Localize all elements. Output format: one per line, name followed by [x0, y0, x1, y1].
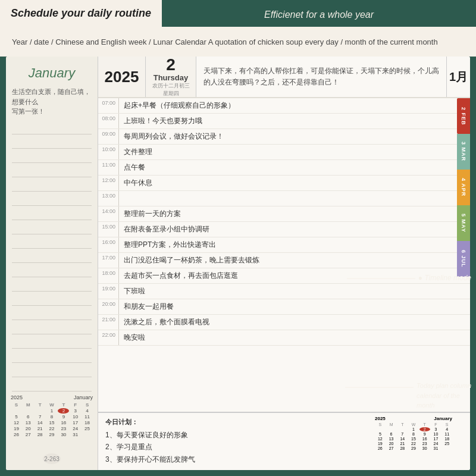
- cal-header-m: M: [23, 402, 34, 408]
- line-17: [12, 350, 92, 363]
- day-block: 2 Thursday 农历十二月初三 星期四: [146, 57, 196, 97]
- tab-2-feb[interactable]: 2 FEB: [457, 98, 470, 134]
- time-label: 17:00: [98, 253, 119, 268]
- plan-column-label: Today plan columncalendar of themonth: [416, 381, 471, 411]
- feature-desc: Year / date / Chinese and English week /…: [12, 37, 438, 46]
- tab-5-may[interactable]: 5 MAY: [457, 205, 470, 241]
- cal-header-s: S: [11, 402, 22, 408]
- time-content[interactable]: 出门没忍住喝了一杯奶茶，晚上需要去锻炼: [119, 253, 470, 268]
- timeline-row[interactable]: 16:00 整理PPT方案，外出快递寄出: [98, 237, 470, 253]
- time-label: 19:00: [98, 284, 119, 299]
- timeline-row[interactable]: 22:00 晚安啦: [98, 330, 470, 346]
- bottom-cal-grid: SM TW TF S 12 34 56 78 91011 1213 1415 1…: [375, 422, 452, 450]
- cal-header-t1: T: [35, 402, 46, 408]
- weekday-label: Thursday: [154, 73, 189, 82]
- timeline-row[interactable]: 10:00 文件整理: [98, 145, 470, 160]
- day-number: 2: [166, 57, 176, 73]
- page-number: 2-263: [43, 453, 61, 464]
- line-3: [12, 150, 92, 163]
- timeline-annotation: ● Timeline mode: [418, 274, 471, 282]
- plan-item: 3、要保持开心不能乱发脾气: [105, 453, 463, 465]
- line-5: [12, 178, 92, 192]
- time-content[interactable]: 整理PPT方案，外出快递寄出: [119, 237, 470, 252]
- timeline-row[interactable]: 20:00 和朋友一起用餐: [98, 299, 470, 315]
- timeline-row[interactable]: 13:00: [98, 191, 470, 206]
- time-content[interactable]: 每周周列会议，做好会议记录！: [119, 129, 470, 144]
- timeline-row[interactable]: 15:00 在附表备至录小组中协调研: [98, 222, 470, 237]
- timeline-row[interactable]: 07:00 起床+早餐（仔细观察自己的形象）: [98, 98, 470, 114]
- line-8: [12, 221, 92, 234]
- top-header: Schedule your daily routine Efficienet f…: [0, 0, 476, 57]
- time-content[interactable]: 点午餐: [119, 160, 470, 175]
- line-2: [12, 136, 92, 149]
- right-page: 2025 2 Thursday 农历十二月初三 星期四 天塌下来，有个高的人帮你…: [98, 57, 470, 470]
- time-label: 18:00: [98, 268, 119, 283]
- date-header: 2025 2 Thursday 农历十二月初三 星期四 天塌下来，有个高的人帮你…: [98, 57, 470, 98]
- mini-cal-header: 2025 January: [11, 394, 93, 400]
- timeline-row[interactable]: 12:00 中午休息: [98, 176, 470, 191]
- time-content[interactable]: 文件整理: [119, 145, 470, 159]
- time-label: 14:00: [98, 206, 119, 221]
- time-content[interactable]: 上班啦！今天也要努力哦: [119, 114, 470, 129]
- time-label: 15:00: [98, 222, 119, 237]
- timeline-row[interactable]: 14:00 整理前一天的方案: [98, 206, 470, 222]
- daily-quote: 天塌下来，有个高的人帮你扛着，可是你能保证，天塌下来的时候，个儿高的人没在弯腰吗…: [196, 57, 446, 97]
- tab-3-mar[interactable]: 3 MAR: [457, 134, 470, 170]
- timeline-mode-label: ● Timeline mode: [418, 274, 471, 282]
- line-19: [12, 378, 92, 392]
- timeline-row[interactable]: 09:00 每周周列会议，做好会议记录！: [98, 129, 470, 145]
- timeline-arrow: [347, 278, 418, 279]
- time-content[interactable]: 中午休息: [119, 176, 470, 190]
- bottom-plan: 今日计划： 1、每天要保证良好的形象2、学习是重点3、要保持开心不能乱发脾气 2…: [98, 412, 470, 470]
- time-content[interactable]: 洗漱之后，敷个面膜看电视: [119, 315, 470, 330]
- time-content[interactable]: 晚安啦: [119, 330, 470, 345]
- timeline-row[interactable]: 21:00 洗漱之后，敷个面膜看电视: [98, 315, 470, 330]
- time-content[interactable]: 在附表备至录小组中协调研: [119, 222, 470, 237]
- timeline-row[interactable]: 18:00 去超市买一点食材，再去面包店逛逛: [98, 268, 470, 284]
- plan-annotation: Today plan columncalendar of themonth: [416, 381, 471, 411]
- tab-6-jul[interactable]: 6 JUL: [457, 241, 470, 277]
- time-content[interactable]: [119, 191, 470, 206]
- bottom-cal-right: 2025 January SM TW TF S 12 34 56 78 9101…: [375, 416, 452, 450]
- time-content[interactable]: 整理前一天的方案: [119, 206, 470, 221]
- time-label: 08:00: [98, 114, 119, 129]
- tab-4-apr[interactable]: 4 APR: [457, 170, 470, 205]
- app-subtitle: Efficienet for a whole year: [162, 7, 476, 20]
- app-title: Schedule your daily routine: [0, 0, 162, 27]
- time-label: 12:00: [98, 176, 119, 190]
- time-label: 09:00: [98, 129, 119, 144]
- plan-arrow: [345, 387, 416, 388]
- time-content[interactable]: 下班啦: [119, 284, 470, 299]
- timeline-row[interactable]: 17:00 出门没忍住喝了一杯奶茶，晚上需要去锻炼: [98, 253, 470, 268]
- timeline-row[interactable]: 19:00 下班啦: [98, 284, 470, 299]
- time-label: 21:00: [98, 315, 119, 330]
- mini-calendar: 2025 January S M T W T F S 12 34 56 78 9…: [11, 394, 93, 437]
- line-1: [12, 121, 92, 134]
- time-label: 13:00: [98, 191, 119, 206]
- line-12: [12, 278, 92, 292]
- cal-header-f: F: [70, 402, 81, 408]
- left-text-content: 生活空白支票，随自己填，想要什么 写第一张！: [12, 87, 92, 117]
- line-15: [12, 321, 92, 334]
- lunar-date: 农历十二月初三 星期四: [152, 82, 190, 98]
- line-11: [12, 264, 92, 277]
- line-14: [12, 307, 92, 320]
- cal-header-s2: S: [82, 402, 93, 408]
- time-label: 11:00: [98, 160, 119, 175]
- title-bar: Schedule your daily routine Efficienet f…: [0, 0, 476, 27]
- timeline-row[interactable]: 11:00 点午餐: [98, 160, 470, 176]
- left-page: January 生活空白支票，随自己填，想要什么 写第一张！: [6, 57, 98, 470]
- time-content[interactable]: 起床+早餐（仔细观察自己的形象）: [119, 98, 470, 113]
- time-label: 07:00: [98, 98, 119, 113]
- line-4: [12, 164, 92, 177]
- cal-header-t2: T: [58, 402, 69, 408]
- time-content[interactable]: 去超市买一点食材，再去面包店逛逛: [119, 268, 470, 283]
- line-13: [12, 293, 92, 306]
- line-9: [12, 236, 92, 249]
- tab-list: 2 FEB3 MAR4 APR5 MAY6 JUL: [457, 98, 470, 277]
- timeline-row[interactable]: 08:00 上班啦！今天也要努力哦: [98, 114, 470, 129]
- time-content[interactable]: 和朋友一起用餐: [119, 299, 470, 314]
- line-6: [12, 193, 92, 206]
- timeline-section: 07:00 起床+早餐（仔细观察自己的形象） 08:00 上班啦！今天也要努力哦…: [98, 98, 470, 412]
- year-display: 2025: [98, 57, 146, 97]
